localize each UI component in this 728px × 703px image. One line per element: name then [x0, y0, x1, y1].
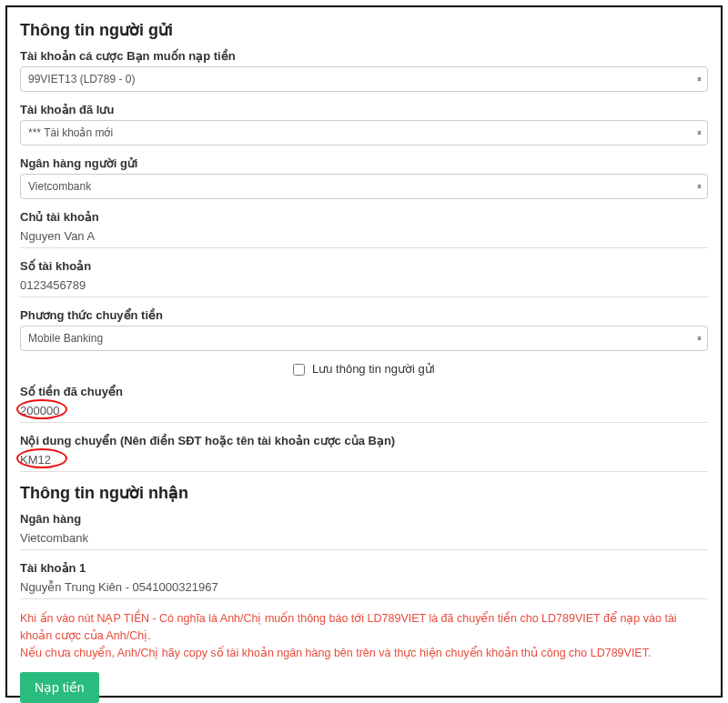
owner-field: Chủ tài khoản Nguyen Van A [20, 210, 708, 248]
amount-field: Số tiền đã chuyển 200000 [20, 385, 708, 423]
receiver-acc1-label: Tài khoản 1 [20, 561, 708, 575]
receiver-acc1-value: Nguyễn Trung Kiên - 0541000321967 [20, 578, 708, 599]
deposit-form-frame: Thông tin người gửi Tài khoản cá cược Bạ… [5, 5, 723, 698]
betting-account-value: 99VIET13 (LD789 - 0) [28, 73, 135, 85]
saved-account-label: Tài khoản đã lưu [20, 103, 708, 116]
acc-number-label: Số tài khoản [20, 259, 708, 273]
receiver-bank-field: Ngân hàng Vietcombank [20, 512, 708, 550]
transfer-method-select[interactable]: Mobile Banking [20, 326, 708, 351]
transfer-method-label: Phương thức chuyển tiền [20, 308, 708, 322]
saved-account-value: *** Tài khoản mới [28, 126, 113, 139]
acc-number-value: 0123456789 [20, 276, 708, 297]
sender-bank-field: Ngân hàng người gửi Vietcombank ▲▼ [20, 156, 708, 199]
saved-account-field: Tài khoản đã lưu *** Tài khoản mới ▲▼ [20, 103, 708, 146]
warning-text: Khi ấn vào nút NẠP TIỀN - Có nghĩa là An… [20, 610, 708, 661]
save-info-label: Lưu thông tin người gửi [312, 362, 435, 376]
sender-bank-select[interactable]: Vietcombank [20, 174, 708, 199]
warning-line2: Nếu chưa chuyển, Anh/Chị hãy copy số tài… [20, 647, 651, 659]
sender-section-title: Thông tin người gửi [20, 20, 708, 40]
amount-input[interactable]: 200000 [20, 402, 708, 423]
content-field: Nội dung chuyển (Nên điền SĐT hoặc tên t… [20, 434, 708, 472]
receiver-section-title: Thông tin người nhận [20, 483, 708, 503]
content-label: Nội dung chuyển (Nên điền SĐT hoặc tên t… [20, 434, 708, 447]
receiver-bank-value: Vietcombank [20, 529, 708, 550]
content-input[interactable]: KM12 [20, 451, 708, 472]
betting-account-select[interactable]: 99VIET13 (LD789 - 0) [20, 66, 708, 92]
saved-account-select[interactable]: *** Tài khoản mới [20, 120, 708, 146]
transfer-method-value: Mobile Banking [28, 332, 103, 345]
transfer-method-field: Phương thức chuyển tiền Mobile Banking ▲… [20, 308, 708, 351]
owner-value: Nguyen Van A [20, 227, 708, 248]
betting-account-label: Tài khoản cá cược Bạn muốn nạp tiền [20, 49, 708, 63]
receiver-bank-label: Ngân hàng [20, 512, 708, 526]
owner-label: Chủ tài khoản [20, 210, 708, 224]
betting-account-field: Tài khoản cá cược Bạn muốn nạp tiền 99VI… [20, 49, 708, 92]
save-info-checkbox[interactable] [293, 364, 305, 376]
sender-bank-value: Vietcombank [28, 180, 91, 193]
deposit-button[interactable]: Nạp tiền [20, 672, 99, 703]
warning-line1: Khi ấn vào nút NẠP TIỀN - Có nghĩa là An… [20, 612, 677, 642]
acc-number-field: Số tài khoản 0123456789 [20, 259, 708, 297]
save-info-row: Lưu thông tin người gửi [20, 362, 708, 376]
amount-label: Số tiền đã chuyển [20, 385, 708, 398]
sender-bank-label: Ngân hàng người gửi [20, 156, 708, 170]
receiver-acc1-field: Tài khoản 1 Nguyễn Trung Kiên - 05410003… [20, 561, 708, 599]
